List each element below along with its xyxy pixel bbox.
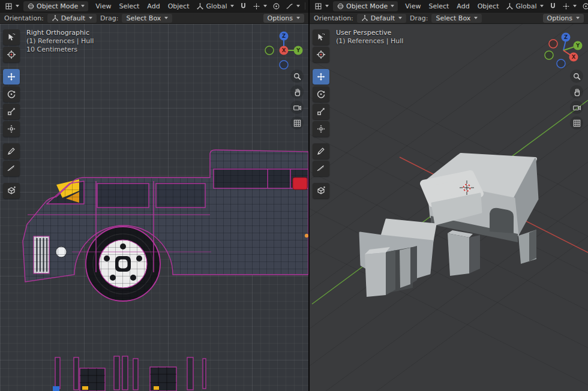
menu-object[interactable]: Object xyxy=(474,1,503,11)
proportional-falloff-dropdown[interactable] xyxy=(283,1,302,11)
tool-add-cube-button[interactable] xyxy=(3,183,20,198)
drag-select-value: Select Box xyxy=(436,14,470,22)
pan-button[interactable] xyxy=(290,85,304,98)
tool-annotate-button[interactable] xyxy=(3,143,20,159)
tool-measure-button[interactable] xyxy=(313,161,329,176)
orientation-select[interactable]: Default xyxy=(47,14,97,23)
editor-type-button[interactable] xyxy=(312,1,331,11)
gizmo-y-label: Y xyxy=(296,47,301,53)
annotate-pencil-icon xyxy=(316,146,326,156)
tool-annotate-button[interactable] xyxy=(313,143,329,159)
tool-measure-button[interactable] xyxy=(3,161,20,176)
menu-select[interactable]: Select xyxy=(115,1,143,11)
gizmo-neg-x-ball[interactable] xyxy=(549,40,557,48)
snap-toggle-button[interactable] xyxy=(237,1,250,11)
menu-select[interactable]: Select xyxy=(425,1,452,11)
ortho-toggle-button[interactable] xyxy=(290,116,304,130)
nav-controls-left xyxy=(290,70,304,130)
snap-settings-dropdown[interactable] xyxy=(250,1,269,11)
orientation-select[interactable]: Default xyxy=(357,14,406,23)
drag-label: Drag: xyxy=(100,14,118,22)
tool-transform-button[interactable] xyxy=(313,121,329,137)
tool-rotate-button[interactable] xyxy=(313,86,329,102)
axis-gizmo-right[interactable]: Z Y X xyxy=(542,26,585,70)
header-separator xyxy=(305,2,305,10)
tool-transform-button[interactable] xyxy=(3,121,20,137)
view-name: Right Orthographic xyxy=(26,29,94,37)
chevron-down-icon xyxy=(81,5,85,7)
pan-button[interactable] xyxy=(570,85,583,98)
measure-icon xyxy=(7,164,16,173)
chevron-down-icon xyxy=(230,5,234,7)
orientation-value: Global xyxy=(515,2,536,10)
mode-dropdown[interactable]: Object Mode xyxy=(23,1,88,11)
drag-select[interactable]: Select Box xyxy=(431,14,482,23)
overlays-dropdown[interactable] xyxy=(308,1,308,11)
blender-window: Object Mode View Select Add Object Globa… xyxy=(0,0,588,391)
proportional-editing-toggle[interactable] xyxy=(580,1,588,11)
truck-model[interactable] xyxy=(360,155,538,297)
reference-loose-parts[interactable] xyxy=(55,356,206,391)
options-dropdown[interactable]: Options xyxy=(543,14,584,23)
transform-orientation-dropdown[interactable]: Global xyxy=(503,1,545,11)
menu-view[interactable]: View xyxy=(92,1,115,11)
tool-scale-button[interactable] xyxy=(313,104,329,119)
tool-rotate-button[interactable] xyxy=(3,86,20,102)
editor-type-button[interactable] xyxy=(2,1,22,11)
grid-scale-text: 10 Centimeters xyxy=(26,46,94,54)
transform-icon xyxy=(7,124,16,134)
zoom-button[interactable] xyxy=(570,70,583,83)
drag-label: Drag: xyxy=(410,14,428,22)
tool-move-button[interactable] xyxy=(313,69,329,85)
zoom-button[interactable] xyxy=(290,70,304,83)
chevron-down-icon xyxy=(263,5,267,7)
tool-move-button[interactable] xyxy=(3,69,20,85)
gizmo-y-label: Y xyxy=(575,43,580,49)
menu-add[interactable]: Add xyxy=(143,1,163,11)
ortho-toggle-button[interactable] xyxy=(570,116,583,130)
orientation-value: Global xyxy=(206,2,227,10)
reference-truck-mesh[interactable] xyxy=(15,141,308,315)
view-name: User Perspective xyxy=(336,29,403,37)
tool-tweak-select-button[interactable] xyxy=(313,29,329,45)
chevron-down-icon xyxy=(325,5,329,7)
rotate-icon xyxy=(7,89,16,99)
proportional-editing-toggle[interactable] xyxy=(270,1,283,11)
object-mode-sphere-icon xyxy=(337,2,344,10)
axis-gizmo-left[interactable]: Z Y X xyxy=(262,26,305,70)
move-icon xyxy=(7,72,16,82)
tool-shelf-left xyxy=(3,29,20,198)
gizmo-neg-y-ball[interactable] xyxy=(545,51,553,59)
object-mode-sphere-icon xyxy=(27,2,35,10)
options-dropdown[interactable]: Options xyxy=(263,14,304,23)
zoom-icon xyxy=(293,72,302,81)
orientation-label: Orientation: xyxy=(314,14,353,22)
tool-cursor-button[interactable] xyxy=(313,47,329,62)
gizmo-neg-z-ball[interactable] xyxy=(557,59,565,68)
tool-cursor-button[interactable] xyxy=(3,47,20,62)
chevron-down-icon xyxy=(164,17,168,19)
transform-icon xyxy=(316,124,326,134)
transform-orientation-dropdown[interactable]: Global xyxy=(194,1,236,11)
tool-scale-button[interactable] xyxy=(3,104,20,119)
viewport-canvas-right[interactable]: User Perspective (1) References | Hull Z… xyxy=(310,24,588,391)
add-cube-icon xyxy=(316,186,326,196)
menu-object[interactable]: Object xyxy=(164,1,193,11)
tool-add-cube-button[interactable] xyxy=(313,183,329,198)
mode-dropdown[interactable]: Object Mode xyxy=(333,1,398,11)
pan-hand-icon xyxy=(293,88,302,97)
menu-add[interactable]: Add xyxy=(453,1,473,11)
snap-magnet-icon xyxy=(239,2,247,10)
camera-view-button[interactable] xyxy=(290,101,304,114)
gizmo-neg-y-ball[interactable] xyxy=(265,46,274,55)
gizmo-neg-z-ball[interactable] xyxy=(280,61,288,69)
orientation-label: Orientation: xyxy=(4,14,44,22)
camera-view-button[interactable] xyxy=(570,101,583,114)
viewport-canvas-left[interactable]: Right Orthographic (1) References | Hull… xyxy=(0,24,308,391)
snap-settings-dropdown[interactable] xyxy=(560,1,579,11)
tool-tweak-select-button[interactable] xyxy=(3,29,20,45)
drag-select-value: Select Box xyxy=(126,14,161,22)
menu-view[interactable]: View xyxy=(401,1,424,11)
snap-toggle-button[interactable] xyxy=(547,1,559,11)
drag-select[interactable]: Select Box xyxy=(122,14,172,23)
